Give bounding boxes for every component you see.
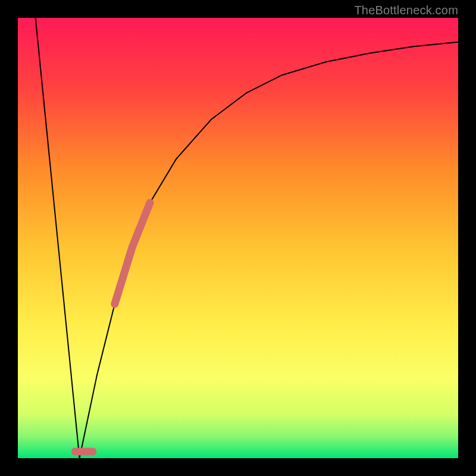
series-right-curve xyxy=(80,42,458,458)
plot-area xyxy=(18,18,458,458)
curve-layer xyxy=(18,18,458,458)
series-highlight-segment xyxy=(115,203,150,304)
watermark-text: TheBottleneck.com xyxy=(354,4,458,17)
series-left-descent xyxy=(36,18,80,458)
chart-frame: TheBottleneck.com xyxy=(0,0,476,476)
